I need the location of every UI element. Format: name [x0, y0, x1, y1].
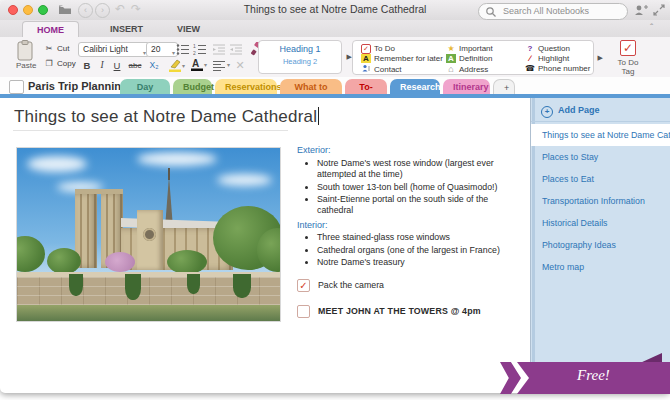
tags-more-icon[interactable]: ▶ — [598, 54, 603, 62]
page-item[interactable]: Places to Eat — [531, 168, 670, 190]
todo-checkbox-checked[interactable]: ✓ — [297, 279, 310, 292]
back-icon[interactable]: ‹ — [78, 3, 93, 18]
underline-button[interactable]: U — [110, 59, 124, 72]
page-item[interactable]: Transportation Information — [531, 190, 670, 212]
page-canvas[interactable]: Things to see at Notre Dame Cathedral — [0, 98, 530, 362]
font-color-icon[interactable]: A ▾ — [190, 58, 206, 72]
section-heading: Exterior: — [297, 145, 525, 157]
paragraph-align-icon[interactable]: ▾ — [212, 60, 226, 71]
add-page-button[interactable]: +Add Page — [537, 102, 669, 119]
subscript-button[interactable]: X₂ — [146, 59, 162, 72]
decrease-indent-icon[interactable] — [212, 43, 227, 56]
bullet-item: Saint-Etienne portal on the south side o… — [317, 194, 525, 217]
section-tab-reservations[interactable]: Reservations — [215, 79, 277, 95]
bullet-item: Notre Dame's treasury — [317, 257, 525, 268]
rose-window — [143, 228, 156, 241]
section-bar: Paris Trip Planning ▾ Day Trips Budget R… — [0, 77, 670, 95]
style-heading1[interactable]: Heading 1 — [259, 44, 341, 54]
todo-item[interactable]: MEET JOHN AT THE TOWERS @ 4pm — [297, 305, 525, 318]
bullet-item: Three stained-glass rose windows — [317, 232, 525, 243]
add-page-plus-icon: + — [541, 106, 553, 118]
bullet-list-icon[interactable] — [176, 43, 191, 56]
section-tab-itinerary[interactable]: Itinerary — [443, 79, 490, 95]
cut-icon: ✂ — [44, 44, 54, 53]
tag-question[interactable]: ?Question — [525, 44, 570, 53]
bullet-item: Cathedral organs (one of the largest in … — [317, 245, 525, 256]
tab-insert[interactable]: INSERT — [96, 21, 157, 37]
redo-icon[interactable]: ↷ — [131, 2, 141, 17]
tag-address[interactable]: ⌂Address — [446, 64, 488, 74]
definition-tag-icon: A — [446, 54, 456, 63]
tag-gallery: ✓To Do ARemember for later Contact ★Impo… — [352, 40, 594, 75]
copy-icon: ❐ — [44, 59, 54, 68]
tag-highlight[interactable]: ∕Highlight — [525, 54, 569, 63]
section-tab-what-to-pack[interactable]: What to Pack — [280, 79, 342, 95]
styles-gallery[interactable]: Heading 1 Heading 2 ▶ — [258, 40, 342, 74]
ribbon-tab-bar: HOME INSERT VIEW ˆ — [0, 20, 670, 37]
note-text[interactable]: Exterior: Notre Dame's west rose window … — [297, 145, 525, 318]
todo-tag-big-icon: ✓ — [620, 40, 636, 56]
search-input[interactable]: Search All Notebooks — [478, 3, 628, 20]
contact-tag-icon — [361, 64, 371, 74]
titlebar: ‹ › ↶ ↷ Things to see at Notre Dame Cath… — [0, 0, 670, 21]
bold-button[interactable]: B — [80, 59, 94, 72]
page-title[interactable]: Things to see at Notre Dame Cathedral — [14, 107, 319, 127]
numbered-list-icon[interactable]: 12 — [193, 43, 208, 56]
page-item[interactable]: Photography Ideas — [531, 234, 670, 256]
title-underline — [13, 130, 288, 131]
ribbon: Paste ✂Cut ❐Copy Calibri Light ▾ 20 ▾ 12… — [0, 37, 670, 78]
undo-icon[interactable]: ↶ — [115, 2, 125, 17]
page-item[interactable]: Metro map — [531, 256, 670, 278]
paste-button[interactable]: Paste — [16, 40, 36, 70]
increase-indent-icon[interactable] — [229, 43, 244, 56]
collapse-ribbon-icon[interactable]: ˆ — [650, 23, 653, 34]
page-item[interactable]: Places to Stay — [531, 146, 670, 168]
notebook-name[interactable]: Paris Trip Planning ▾ — [28, 80, 134, 92]
cut-button[interactable]: ✂Cut — [44, 44, 69, 53]
sidebar-divider — [531, 121, 670, 122]
phone-icon: ☎ — [525, 64, 535, 73]
add-section-tab[interactable]: + — [493, 79, 515, 95]
text-cursor — [318, 107, 319, 125]
font-size-select[interactable]: 20 ▾ — [146, 42, 178, 57]
remember-tag-icon: A — [361, 54, 371, 63]
tag-definition[interactable]: ADefinition — [446, 54, 492, 63]
tag-todo[interactable]: ✓To Do — [361, 44, 395, 54]
todo-tag-button[interactable]: ✓ To DoTag — [613, 40, 643, 76]
open-notebook-icon[interactable] — [58, 4, 72, 19]
zoom-button[interactable] — [38, 5, 48, 15]
section-tab-budget[interactable]: Budget — [173, 79, 212, 95]
todo-checkbox-unchecked[interactable] — [297, 305, 310, 318]
section-tab-todos[interactable]: To-Do's — [345, 79, 387, 95]
tag-remember[interactable]: ARemember for later — [361, 54, 443, 63]
fullscreen-icon[interactable] — [653, 4, 665, 16]
close-button[interactable] — [8, 5, 18, 15]
minimize-button[interactable] — [23, 5, 33, 15]
clear-formatting-icon[interactable]: ✕ — [233, 59, 247, 72]
page-item[interactable]: Historical Details — [531, 212, 670, 234]
page-item-active[interactable]: Things to see at Notre Dame Cath... — [531, 124, 670, 146]
tab-view[interactable]: VIEW — [163, 21, 214, 37]
tab-home[interactable]: HOME — [22, 21, 79, 38]
strikethrough-button[interactable]: abc — [126, 59, 144, 72]
tag-phone[interactable]: ☎Phone number — [525, 64, 590, 73]
notre-dame-photo[interactable] — [16, 147, 281, 322]
style-heading2[interactable]: Heading 2 — [259, 57, 341, 66]
tag-important[interactable]: ★Important — [446, 44, 493, 53]
section-heading: Interior: — [297, 220, 525, 232]
section-tab-day-trips[interactable]: Day Trips — [120, 79, 170, 95]
forward-icon[interactable]: › — [95, 3, 110, 18]
window-title: Things to see at Notre Dame Cathedral — [200, 3, 470, 15]
italic-button[interactable]: I — [95, 59, 109, 72]
tag-contact[interactable]: Contact — [361, 64, 402, 74]
free-banner: Free! — [517, 362, 670, 394]
todo-item[interactable]: ✓ Pack the camera — [297, 279, 525, 292]
paste-label: Paste — [16, 61, 36, 70]
highlight-color-icon[interactable]: ▾ — [168, 59, 184, 72]
share-people-icon[interactable] — [634, 4, 648, 16]
bullet-item: Notre Dame's west rose window (largest e… — [317, 158, 525, 181]
section-tab-research[interactable]: Research — [390, 79, 440, 95]
font-name-select[interactable]: Calibri Light ▾ — [78, 42, 150, 57]
copy-button[interactable]: ❐Copy — [44, 59, 76, 68]
address-home-icon: ⌂ — [446, 64, 456, 74]
